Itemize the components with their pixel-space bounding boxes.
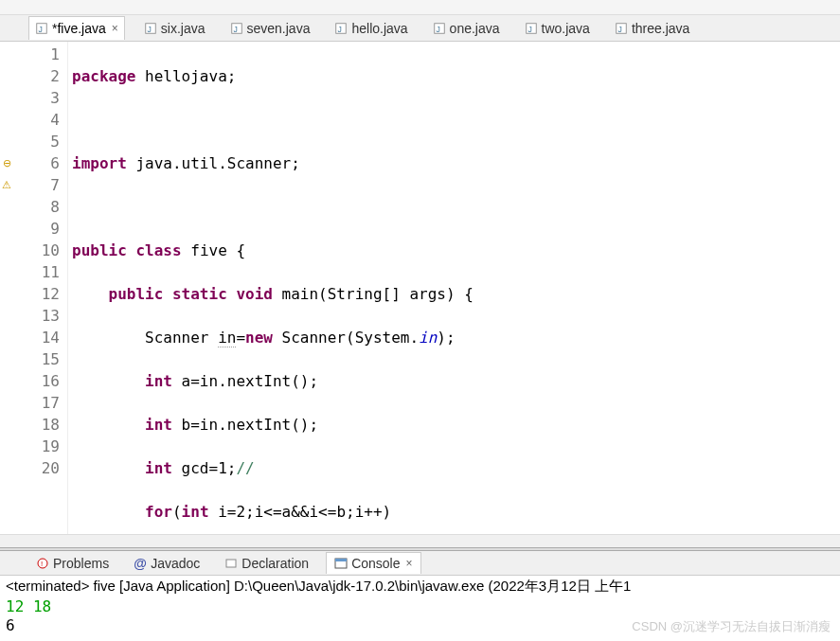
svg-text:J: J	[436, 24, 439, 33]
tab-hello-java[interactable]: J hello.java	[329, 17, 413, 40]
main-toolbar	[0, 0, 840, 15]
svg-rect-16	[226, 560, 236, 567]
tab-six-java[interactable]: J six.java	[138, 17, 211, 40]
tab-label: hello.java	[351, 21, 407, 36]
java-file-icon: J	[334, 22, 348, 35]
tab-label: Declaration	[241, 556, 309, 571]
tab-label: two.java	[542, 21, 590, 36]
tab-label: Javadoc	[151, 556, 200, 571]
tab-label: one.java	[450, 21, 500, 36]
tab-label: *five.java	[52, 21, 106, 36]
java-file-icon: J	[144, 22, 157, 35]
java-file-icon: J	[35, 22, 48, 35]
console-output[interactable]: 12 18 6	[0, 597, 840, 641]
tab-three-java[interactable]: J three.java	[609, 17, 695, 40]
tab-label: Problems	[53, 556, 109, 571]
editor-tabs: J *five.java × J six.java J seven.java J…	[0, 15, 840, 42]
code-area[interactable]: package hellojava; import java.util.Scan…	[68, 42, 840, 534]
svg-text:J: J	[338, 24, 342, 33]
tab-seven-java[interactable]: J seven.java	[224, 17, 316, 40]
tab-problems[interactable]: ! Problems	[28, 553, 116, 574]
javadoc-icon: @	[134, 557, 147, 570]
warning-marker-icon: ⊖	[0, 152, 13, 174]
tab-label: seven.java	[247, 21, 311, 36]
svg-text:J: J	[39, 25, 43, 34]
console-stdout: 6	[6, 616, 834, 635]
horizontal-scrollbar[interactable]	[0, 534, 840, 547]
console-panel: <terminated> five [Java Application] D:\…	[0, 576, 840, 641]
java-file-icon: J	[230, 22, 243, 35]
java-file-icon: J	[525, 22, 538, 35]
console-status: <terminated> five [Java Application] D:\…	[0, 576, 840, 597]
svg-rect-18	[335, 559, 347, 561]
tab-one-java[interactable]: J one.java	[427, 17, 506, 40]
svg-text:J: J	[527, 24, 531, 33]
tab-label: six.java	[161, 21, 206, 36]
tab-javadoc[interactable]: @ Javadoc	[126, 553, 207, 574]
svg-text:J: J	[617, 24, 621, 33]
code-editor[interactable]: ⊖ ⚠ 1234567891011121314151617181920 pack…	[0, 42, 840, 534]
warning-marker-icon: ⚠	[0, 174, 13, 196]
java-file-icon: J	[615, 22, 628, 35]
bottom-panel-tabs: ! Problems @ Javadoc Declaration Console…	[0, 551, 840, 576]
tab-declaration[interactable]: Declaration	[217, 553, 316, 574]
line-numbers: 1234567891011121314151617181920	[13, 42, 68, 534]
tab-five-java[interactable]: J *five.java ×	[28, 16, 125, 40]
close-icon[interactable]: ×	[406, 557, 413, 570]
svg-text:J: J	[147, 24, 151, 33]
marker-column: ⊖ ⚠	[0, 42, 13, 534]
tab-label: three.java	[632, 21, 689, 36]
java-file-icon: J	[433, 22, 446, 35]
console-icon	[334, 557, 348, 570]
tab-console[interactable]: Console ×	[326, 552, 420, 574]
console-stdin: 12 18	[6, 597, 834, 616]
declaration-icon	[224, 557, 238, 570]
close-icon[interactable]: ×	[112, 22, 118, 35]
tab-label: Console	[351, 556, 400, 571]
problems-icon: !	[36, 557, 49, 570]
tab-two-java[interactable]: J two.java	[519, 17, 596, 40]
svg-text:J: J	[233, 24, 237, 33]
svg-text:!: !	[41, 560, 43, 568]
